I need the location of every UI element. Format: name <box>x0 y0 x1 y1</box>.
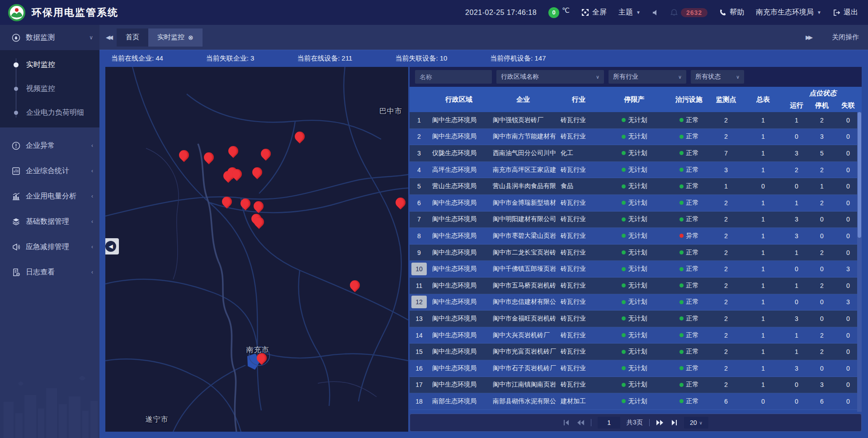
temperature-indicator: 0 ℃ <box>548 7 570 18</box>
chevron-collapsed-icon: ‹ <box>91 142 93 149</box>
cell-region: 阆中生态环境局 <box>429 245 489 261</box>
cell-stop-count: 3 <box>809 129 835 145</box>
sidebar-item-emergency-reduction[interactable]: 应急减排管理‹ <box>0 234 99 259</box>
stat-item: 当前停机设备:147 <box>490 54 546 63</box>
col-lost: 失联 <box>835 99 862 112</box>
cell-company: 阆中千佛镇五郎垭页岩 <box>489 261 557 277</box>
tabs-scroll-left-icon[interactable]: ◀◀ <box>106 34 111 41</box>
cell-meter-count: 0 <box>742 393 784 410</box>
cell-company: 阆中市石子页岩机砖厂 <box>489 360 557 377</box>
sidebar-item-enterprise-stats[interactable]: 企业综合统计‹ <box>0 158 99 184</box>
sidebar-item-power-analysis[interactable]: 企业用电量分析‹ <box>0 184 99 209</box>
total-pages-label: 共3页 <box>627 419 643 427</box>
sidebar-item-enterprise-abnormal[interactable]: 企业异常‹ <box>0 133 99 158</box>
fullscreen-button[interactable]: 全屏 <box>581 8 607 17</box>
cell-company: 阆中市忠信建材有限公 <box>489 294 557 311</box>
col-company: 企业 <box>489 87 557 112</box>
cell-facility-status: 正常 <box>668 212 710 228</box>
tab-realtime-monitor[interactable]: 实时监控 ⊗ <box>148 28 203 47</box>
table-row[interactable]: 4 高坪生态环境局 南充市高坪区王家店建 砖瓦行业 无计划 正常 3 1 2 2… <box>410 162 862 179</box>
mute-button[interactable] <box>652 9 659 16</box>
org-dropdown[interactable]: 南充市生态环境局▼ <box>756 8 821 17</box>
scrollbar-thumb[interactable] <box>858 112 861 238</box>
next-page-button[interactable] <box>656 419 664 426</box>
tab-home[interactable]: 首页 <box>117 28 148 47</box>
table-row[interactable]: 18 南部生态环境局 南部县砌伟水泥有限公 建材加工 无计划 正常 6 0 0 … <box>410 393 862 410</box>
cell-facility-status: 正常 <box>668 178 710 194</box>
pager-divider <box>591 419 591 426</box>
table-row[interactable]: 6 阆中生态环境局 阆中市金博瑞新型墙材 砖瓦行业 无计划 正常 2 1 1 2… <box>410 195 862 212</box>
sidebar-item-power-load-detail[interactable]: 企业电力负荷明细 <box>0 101 99 125</box>
map-city-label: 遂宁市 <box>145 415 168 424</box>
sidebar-item-video-monitor[interactable]: 视频监控 <box>0 77 99 101</box>
cell-run-count: 1 <box>784 344 809 360</box>
cell-meter-count: 1 <box>742 112 784 128</box>
table-row[interactable]: 8 阆中生态环境局 阆中市枣碧大梁山页岩 砖瓦行业 无计划 异常 2 1 3 0… <box>410 228 862 245</box>
cell-region: 阆中生态环境局 <box>429 360 489 377</box>
notification-count-badge: 2632 <box>681 8 708 17</box>
table-row[interactable]: 13 阆中生态环境局 阆中市金福旺页岩机砖 砖瓦行业 无计划 正常 2 1 3 … <box>410 311 862 327</box>
cell-facility-status: 正常 <box>668 294 710 311</box>
table-header: 行政区域 企业 行业 停限产 治污设施 监测点 总表 点位状态 运行 停机 失联 <box>410 87 862 112</box>
table-row[interactable]: 14 阆中生态环境局 阆中大兴页岩机砖厂 砖瓦行业 无计划 正常 2 1 1 2… <box>410 327 862 344</box>
table-row[interactable]: 16 阆中生态环境局 阆中市石子页岩机砖厂 砖瓦行业 无计划 正常 2 1 3 … <box>410 360 862 377</box>
chevron-down-icon: ∨ <box>678 74 682 80</box>
cell-region: 阆中生态环境局 <box>429 311 489 327</box>
region-select[interactable]: 行政区域名称∨ <box>496 70 604 84</box>
last-page-button[interactable] <box>670 419 678 426</box>
sidebar-item-data-monitoring[interactable]: 数据监测 ∨ <box>0 25 99 50</box>
sidebar-item-realtime-monitor[interactable]: 实时监控 <box>0 53 99 77</box>
prev-page-button[interactable] <box>576 419 585 426</box>
col-industry: 行业 <box>557 87 600 112</box>
cell-stop-count: 0 <box>809 294 835 311</box>
cell-index: 7 <box>410 212 429 228</box>
tab-close-icon[interactable]: ⊗ <box>188 34 193 41</box>
cell-industry: 砖瓦行业 <box>557 162 600 178</box>
status-dot-icon <box>622 234 626 238</box>
status-dot-icon <box>622 250 626 254</box>
table-row[interactable]: 1 阆中生态环境局 阆中强锐页岩砖厂 砖瓦行业 无计划 正常 2 1 1 2 0 <box>410 112 862 129</box>
sidebar-item-base-data[interactable]: 基础数据管理‹ <box>0 209 99 234</box>
help-button[interactable]: 帮助 <box>719 8 744 17</box>
table-row[interactable]: 9 阆中生态环境局 阆中市二龙长宝页岩砖 砖瓦行业 无计划 正常 2 1 1 2… <box>410 245 862 261</box>
cell-run-count: 0 <box>784 377 809 393</box>
page-size-select[interactable]: 20∨ <box>684 417 708 429</box>
notification-area[interactable]: 2632 <box>670 8 708 17</box>
table-row[interactable]: 7 阆中生态环境局 阆中明阳建材有限公司 砖瓦行业 无计划 正常 2 1 3 0… <box>410 212 862 228</box>
table-row[interactable]: 3 仪陇生态环境局 西南油气田分公司川中 化工 无计划 正常 7 1 3 5 0 <box>410 145 862 162</box>
cell-industry: 食品 <box>557 178 600 194</box>
tabs-scroll-right-icon[interactable]: ▶▶ <box>806 34 811 41</box>
col-region: 行政区域 <box>429 87 489 112</box>
logout-button[interactable]: 退出 <box>833 8 858 17</box>
map-panel[interactable]: 巴中市南充市遂宁市 ◀ <box>105 67 408 432</box>
name-search-input[interactable] <box>415 70 492 84</box>
map-collapse-button[interactable]: ◀ <box>105 238 119 254</box>
status-dot-icon <box>679 267 684 271</box>
page-number-input[interactable]: 1 <box>598 417 620 429</box>
table-scrollbar[interactable] <box>857 112 862 412</box>
cell-industry: 化工 <box>557 145 600 161</box>
sidebar-item-log-view[interactable]: 日志查看‹ <box>0 259 99 285</box>
cell-limit-status: 无计划 <box>600 294 668 311</box>
industry-select[interactable]: 所有行业∨ <box>609 70 686 84</box>
table-row[interactable]: 5 营山生态环境局 营山县润丰肉食品有限 食品 无计划 正常 1 0 0 1 0 <box>410 178 862 195</box>
table-row[interactable]: 15 阆中生态环境局 阆中市光富页岩机砖厂 砖瓦行业 无计划 正常 2 1 1 … <box>410 344 862 360</box>
cell-industry: 砖瓦行业 <box>557 360 600 377</box>
cell-region: 阆中生态环境局 <box>429 261 489 277</box>
cell-meter-count: 0 <box>742 178 784 194</box>
first-page-button[interactable] <box>563 419 570 426</box>
table-row[interactable]: 10 阆中生态环境局 阆中千佛镇五郎垭页岩 砖瓦行业 无计划 正常 2 1 0 … <box>410 261 862 278</box>
table-row[interactable]: 2 阆中生态环境局 阆中市南方节能建材有 砖瓦行业 无计划 正常 2 1 0 3… <box>410 129 862 146</box>
sidebar: 数据监测 ∨ 实时监控 视频监控 企业电力负荷明细 <box>0 25 99 438</box>
status-select[interactable]: 所有状态∨ <box>691 70 744 84</box>
cell-monitor-count: 1 <box>710 178 742 194</box>
table-row[interactable]: 12 阆中生态环境局 阆中市忠信建材有限公 砖瓦行业 无计划 正常 2 1 0 … <box>410 294 862 311</box>
table-row[interactable]: 11 阆中生态环境局 阆中市五马桥页岩机砖 砖瓦行业 无计划 正常 2 1 1 … <box>410 278 862 294</box>
theme-dropdown[interactable]: 主题▼ <box>618 8 641 17</box>
table-row[interactable]: 17 阆中生态环境局 阆中市江南镇阆南页岩 砖瓦行业 无计划 正常 2 1 0 … <box>410 377 862 394</box>
cell-monitor-count: 2 <box>710 377 742 393</box>
close-operations-button[interactable]: 关闭操作 <box>832 33 859 42</box>
stat-item: 当前在线企业:44 <box>111 54 163 63</box>
cell-index: 14 <box>410 327 429 344</box>
cell-meter-count: 1 <box>742 311 784 327</box>
